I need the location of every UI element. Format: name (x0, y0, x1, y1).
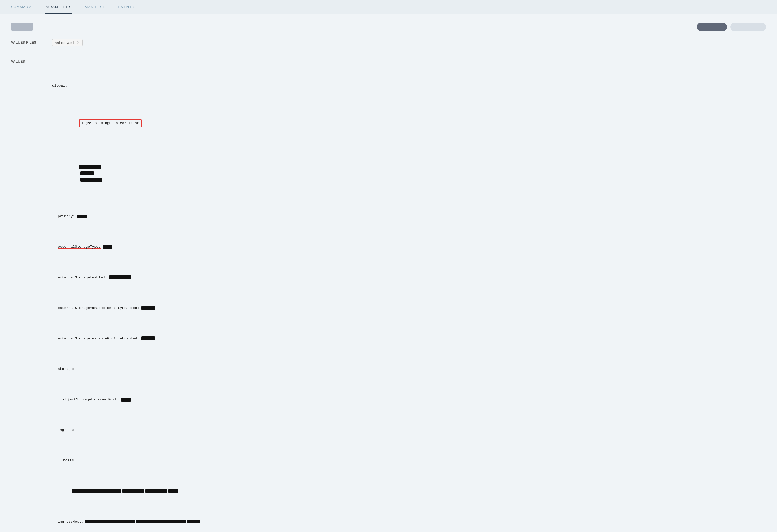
primary-action-button[interactable] (697, 22, 727, 31)
redacted-instance-profile (141, 337, 155, 340)
secondary-action-button[interactable] (730, 22, 766, 31)
redacted-ingress-host-3 (187, 520, 200, 524)
tab-events[interactable]: EVENTS (118, 0, 134, 14)
yaml-ext-storage-enabled: externalStorageEnabled: (58, 275, 220, 281)
yaml-ext-instance-profile: externalStorageInstanceProfileEnabled: (58, 336, 220, 342)
yaml-ingress-host: ingressHost: (58, 519, 220, 525)
values-files-row: VALUES FILES values.yaml ✕ (11, 39, 766, 46)
redacted-block-3 (80, 178, 102, 181)
yaml-hosts: hosts: (63, 457, 220, 464)
yaml-ext-managed-identity: externalStorageManagedIdentityEnabled: (58, 305, 220, 311)
redacted-ingress-host-2 (136, 520, 186, 524)
redacted-block-2 (80, 171, 94, 175)
yaml-primary: primary: (58, 214, 220, 220)
redacted-primary (77, 215, 87, 218)
file-tag[interactable]: values.yaml ✕ (52, 39, 83, 46)
yaml-global: global: (52, 83, 220, 89)
main-content: VALUES FILES values.yaml ✕ VALUES global… (0, 14, 777, 532)
redacted-managed-identity (141, 306, 155, 310)
redacted-ingress-host-1 (86, 520, 135, 524)
tab-parameters[interactable]: PARAMETERS (44, 0, 72, 14)
left-action-button[interactable] (11, 23, 33, 31)
divider (11, 53, 766, 53)
yaml-hosts-item: - (63, 488, 220, 494)
yaml-storage: storage: (58, 366, 220, 372)
redacted-host-2 (122, 489, 144, 493)
redacted-host-4 (169, 489, 178, 493)
redacted-block-1 (79, 165, 101, 169)
yaml-logs-streaming: logsStreamingEnabled: false (58, 113, 220, 134)
values-label: VALUES (11, 58, 44, 63)
logs-streaming-highlight: logsStreamingEnabled: false (79, 120, 141, 127)
right-buttons (697, 22, 766, 31)
redacted-ext-type (103, 245, 112, 249)
values-files-label: VALUES FILES (11, 41, 44, 44)
tab-bar: SUMMARY PARAMETERS MANIFEST EVENTS (0, 0, 777, 14)
app-container: SUMMARY PARAMETERS MANIFEST EVENTS VALUE… (0, 0, 777, 532)
file-tag-close-icon[interactable]: ✕ (77, 40, 80, 45)
yaml-object-storage: objectStorageExternalPort: (63, 397, 220, 403)
redacted-ext-enabled (109, 275, 131, 279)
yaml-content: global: logsStreamingEnabled: false : pr… (52, 58, 220, 532)
yaml-ingress: ingress: (58, 427, 220, 433)
redacted-port (121, 398, 131, 402)
yaml-ext-storage-type: externalStorageType: (58, 244, 220, 250)
values-row: VALUES global: logsStreamingEnabled: fal… (11, 58, 766, 532)
redacted-host-1 (72, 489, 121, 493)
redacted-host-3 (145, 489, 168, 493)
tab-manifest[interactable]: MANIFEST (85, 0, 105, 14)
file-tag-name: values.yaml (55, 41, 74, 45)
yaml-redacted-1: : (58, 158, 220, 189)
action-row (11, 22, 766, 31)
tab-summary[interactable]: SUMMARY (11, 0, 31, 14)
